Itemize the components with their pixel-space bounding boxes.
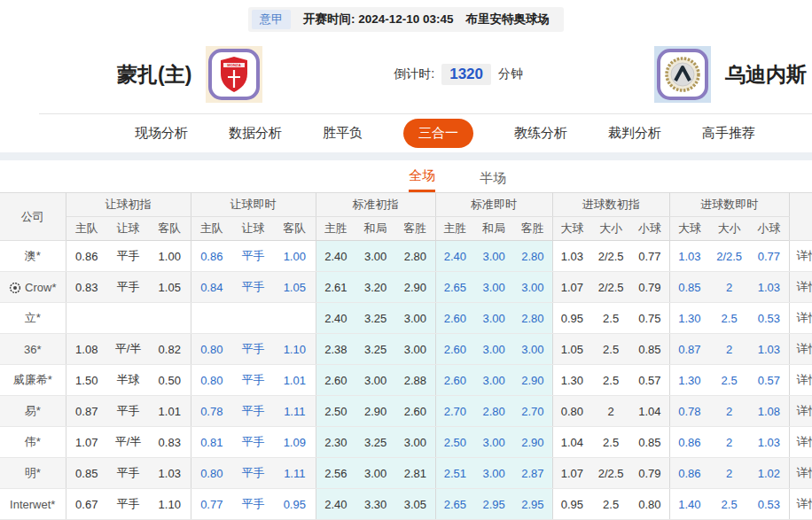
- odds-cell: 1.11: [274, 458, 316, 489]
- tab-full-match[interactable]: 全场: [409, 167, 435, 192]
- detail-link[interactable]: 详情: [789, 396, 812, 427]
- away-team: 乌迪内斯: [654, 46, 807, 103]
- countdown-unit: 分钟: [498, 66, 523, 82]
- odds-cell: 0.53: [749, 489, 789, 520]
- odds-cell: 0.82: [149, 334, 191, 365]
- odds-cell: 2.60: [395, 396, 435, 427]
- bookmaker-cell: 易*: [0, 396, 66, 427]
- group-header-handicap-initial: 让球初指: [66, 193, 191, 217]
- tab-win-draw-lose[interactable]: 胜平负: [323, 125, 363, 142]
- odds-cell: 3.00: [355, 241, 395, 272]
- group-header-goals-live: 进球数即时: [669, 193, 789, 217]
- bookmaker-cell: 伟*: [0, 427, 66, 458]
- odds-cell: 3.00: [513, 272, 552, 303]
- odds-row: 立*2.403.253.002.603.002.800.952.50.751.3…: [0, 303, 812, 334]
- detail-link[interactable]: 详情: [789, 272, 812, 303]
- match-header: 蒙扎(主) MONZA 倒计时: 1320 分钟: [0, 32, 812, 113]
- odds-cell: 1.00: [274, 241, 316, 272]
- odds-cell: 平手: [107, 272, 149, 303]
- detail-link[interactable]: 详情: [789, 303, 812, 334]
- odds-cell: 1.30: [669, 303, 709, 334]
- odds-cell: 3.00: [395, 334, 435, 365]
- odds-cell: 2: [709, 334, 749, 365]
- odds-cell: 2.40: [316, 303, 355, 334]
- odds-cell: 平手: [232, 241, 274, 272]
- odds-cell: 1.07: [552, 272, 591, 303]
- odds-cell: 平手: [232, 427, 274, 458]
- subheader: 和局: [474, 217, 513, 241]
- bookmaker-name: 明*: [25, 466, 41, 479]
- odds-cell: 平手: [232, 272, 274, 303]
- subheader: 主胜: [316, 217, 355, 241]
- home-team-logo: MONZA: [206, 46, 262, 103]
- odds-cell: 2.38: [316, 334, 355, 365]
- bookmaker-cell: 立*: [0, 303, 66, 334]
- away-team-logo: [654, 46, 711, 103]
- odds-cell: 0.80: [191, 365, 232, 396]
- bookmaker-cell: 明*: [0, 458, 66, 489]
- subheader: 让球: [232, 217, 274, 241]
- odds-cell: 0.95: [274, 489, 316, 520]
- tab-coach-analysis[interactable]: 教练分析: [514, 125, 567, 142]
- odds-cell: 0.95: [552, 489, 591, 520]
- analysis-nav: 现场分析 数据分析 胜平负 三合一 教练分析 裁判分析 高手推荐: [39, 113, 812, 152]
- odds-cell: 2.70: [435, 396, 474, 427]
- odds-cell: 2.80: [513, 241, 552, 272]
- odds-cell: 半球: [107, 365, 149, 396]
- odds-cell: 0.83: [149, 427, 191, 458]
- odds-cell: 1.30: [669, 365, 709, 396]
- odds-cell: 2.5: [591, 489, 630, 520]
- detail-link[interactable]: 详情: [789, 458, 812, 489]
- odds-cell: 3.00: [474, 334, 513, 365]
- odds-cell: 2.60: [435, 365, 474, 396]
- detail-link[interactable]: 详情: [789, 365, 812, 396]
- odds-cell: 1.04: [630, 396, 669, 427]
- kickoff-time: 开赛时间: 2024-12-10 03:45: [303, 12, 454, 27]
- odds-cell: 2: [709, 396, 749, 427]
- subheader: 大球: [552, 217, 591, 241]
- subheader: 客队: [274, 217, 316, 241]
- odds-cell: 0.80: [630, 489, 669, 520]
- tab-referee-analysis[interactable]: 裁判分析: [608, 125, 661, 142]
- bookmaker-cell: 澳*: [0, 241, 66, 272]
- odds-cell: 3.20: [355, 272, 395, 303]
- odds-cell: 0.79: [630, 458, 669, 489]
- odds-cell: [149, 303, 191, 334]
- odds-cell: 3.00: [474, 303, 513, 334]
- monza-shield-icon: MONZA: [219, 56, 249, 93]
- detail-link[interactable]: 详情: [789, 427, 812, 458]
- odds-cell: 平手: [107, 489, 149, 520]
- tab-live-analysis[interactable]: 现场分析: [135, 125, 188, 142]
- tab-half-match[interactable]: 半场: [480, 170, 506, 192]
- odds-cell: 1.11: [274, 396, 316, 427]
- odds-cell: 2.90: [395, 272, 435, 303]
- detail-link[interactable]: 详情: [789, 241, 812, 272]
- tab-data-analysis[interactable]: 数据分析: [229, 125, 282, 142]
- udinese-emblem-icon: [664, 56, 701, 93]
- odds-cell: 0.86: [66, 241, 107, 272]
- odds-cell: 1.10: [274, 334, 316, 365]
- detail-link[interactable]: 详情: [789, 489, 812, 520]
- odds-cell: 0.86: [191, 241, 232, 272]
- odds-cell: 平手: [232, 458, 274, 489]
- odds-table-wrap: 公司 让球初指 让球即时 标准初指 标准即时 进球数初指 进球数即时 主队 让球…: [0, 192, 812, 520]
- odds-cell: 平手: [107, 396, 149, 427]
- odds-cell: 0.80: [552, 396, 591, 427]
- odds-row: 澳*0.86平手1.000.86平手1.002.403.002.802.403.…: [0, 241, 812, 272]
- odds-cell: 0.80: [191, 334, 232, 365]
- odds-cell: 1.40: [669, 489, 709, 520]
- odds-cell: 0.80: [191, 458, 232, 489]
- odds-cell: 2.5: [709, 365, 749, 396]
- subheader: 大球: [669, 217, 709, 241]
- odds-cell: 1.03: [669, 241, 709, 272]
- odds-cell: 2.90: [513, 427, 552, 458]
- tab-expert-picks[interactable]: 高手推荐: [702, 125, 755, 142]
- odds-cell: 2.95: [513, 489, 552, 520]
- bookmaker-name: 36*: [24, 343, 42, 356]
- odds-cell: 2.60: [435, 334, 474, 365]
- detail-link[interactable]: 详情: [789, 334, 812, 365]
- odds-cell: 2.50: [435, 427, 474, 458]
- subheader: 小球: [630, 217, 669, 241]
- tab-three-in-one[interactable]: 三合一: [403, 119, 473, 148]
- group-header-standard-initial: 标准初指: [316, 193, 435, 217]
